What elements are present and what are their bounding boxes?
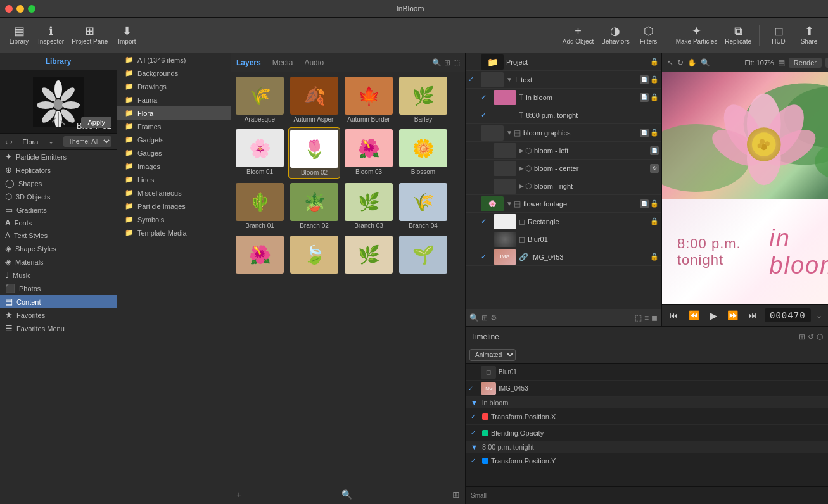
search-layers-icon[interactable]: 🔍 — [469, 313, 479, 322]
nav-forward-icon[interactable]: › — [10, 137, 13, 146]
search-icon[interactable]: 🔍 — [432, 58, 442, 67]
fast-forward-button[interactable]: ⏩ — [725, 309, 741, 322]
thumbnail-item-row4-3[interactable]: 🌿 — [343, 234, 395, 277]
layer-row[interactable]: ✓ ▼ T text 📄 🔒 — [466, 71, 661, 89]
thumbnail-item-bloom-02[interactable]: 🌷Bloom 02 — [288, 127, 340, 179]
timeline-grid-icon[interactable]: ⊞ — [799, 332, 805, 341]
thumbnail-item-branch-02[interactable]: 🪴Branch 02 — [288, 181, 340, 231]
sidebar-item-favorites-menu[interactable]: ☰ Favorites Menu — [0, 322, 117, 335]
media-options-icon[interactable]: ⊞ — [452, 489, 460, 500]
rewind-button[interactable]: ⏪ — [686, 309, 702, 322]
sidebar-item-content[interactable]: ▤ Content — [0, 295, 117, 308]
thumbnail-item-barley[interactable]: 🌿Barley — [397, 75, 449, 125]
share-button[interactable]: ⬆ Share — [795, 22, 823, 49]
make-particles-button[interactable]: ✦ Make Particles — [673, 22, 720, 49]
tl-visibility-check[interactable]: ✓ — [468, 385, 478, 392]
layer-row[interactable]: ✓ T in bloom 📄 🔒 — [466, 89, 661, 106]
cat-item-lines[interactable]: 📁 Lines — [117, 173, 231, 186]
expand-800pm-icon[interactable]: ▼ — [471, 443, 478, 451]
nav-back-icon[interactable]: ‹ — [5, 137, 8, 146]
project-pane-button[interactable]: ⊞ Project Pane — [69, 22, 110, 49]
layer-visibility-check[interactable]: ✓ — [481, 93, 491, 101]
thumbnail-item-blossom[interactable]: 🌼Blossom — [397, 127, 449, 179]
cat-item-symbols[interactable]: 📁 Symbols — [117, 213, 231, 226]
render-button[interactable]: Render — [789, 58, 822, 68]
add-object-button[interactable]: + Add Object — [560, 22, 596, 49]
expand-arrow-icon[interactable]: ▶ — [519, 182, 524, 189]
cat-item-fauna[interactable]: 📁 Fauna — [117, 93, 231, 106]
tab-media[interactable]: Media — [272, 58, 293, 67]
rotate-tool[interactable]: ↻ — [677, 58, 684, 67]
layer-visibility-check[interactable]: ✓ — [481, 111, 491, 119]
tab-layers[interactable]: Layers — [236, 58, 261, 67]
cat-item-frames[interactable]: 📁 Frames — [117, 120, 231, 133]
cat-item-images[interactable]: 📁 Images — [117, 160, 231, 173]
thumbnail-item-autumn-aspen[interactable]: 🍂Autumn Aspen — [288, 75, 340, 125]
close-button[interactable] — [5, 5, 13, 13]
theme-select[interactable]: Theme: All — [63, 136, 111, 147]
expand-arrow-icon[interactable]: ▼ — [506, 129, 513, 136]
layer-row[interactable]: ▶ ⬡ bloom - left 📄 — [466, 142, 661, 160]
flora-dropdown-icon[interactable]: ⌄ — [48, 137, 54, 146]
view-button[interactable]: View — [825, 58, 828, 68]
layer-row[interactable]: 🌸 ▼ ▤ flower footage 📄 🔒 — [466, 195, 661, 213]
apply-button[interactable]: Apply — [81, 117, 111, 128]
sidebar-item-3d-objects[interactable]: ⬡ 3D Objects — [0, 190, 117, 203]
layer-row[interactable]: ▶ ⬡ bloom - center ⚙ — [466, 160, 661, 177]
sidebar-item-shape-styles[interactable]: ◈ Shape Styles — [0, 242, 117, 255]
cat-item-all[interactable]: 📁 All (1346 items) — [117, 53, 231, 66]
layer-misc-icon[interactable]: ◼ — [651, 313, 658, 322]
cat-item-template-media[interactable]: 📁 Template Media — [117, 226, 231, 239]
sidebar-item-gradients[interactable]: ▭ Gradients — [0, 203, 117, 217]
pan-tool[interactable]: ✋ — [687, 58, 697, 67]
sidebar-item-music[interactable]: ♩ Music — [0, 268, 117, 282]
animated-mode-select[interactable]: Animated — [469, 349, 516, 361]
sidebar-item-fonts[interactable]: A Fonts — [0, 217, 117, 229]
thumbnail-item-bloom-01[interactable]: 🌸Bloom 01 — [234, 127, 286, 179]
layer-row[interactable]: ✓ T 8:00 p.m. tonight — [466, 106, 661, 124]
layer-row[interactable]: 📁 Project 🔒 — [466, 53, 661, 71]
inspector-button[interactable]: ℹ Inspector — [35, 22, 67, 49]
timeline-loop-icon[interactable]: ↺ — [808, 332, 814, 341]
thumbnail-item-row4-4[interactable]: 🌱 — [397, 234, 449, 277]
layer-options-icon[interactable]: ⚙ — [490, 313, 497, 322]
cat-item-drawings[interactable]: 📁 Drawings — [117, 80, 231, 93]
options-icon[interactable]: ⬚ — [453, 58, 460, 67]
layer-list-icon[interactable]: ≡ — [644, 313, 649, 322]
layer-row[interactable]: ▶ ⬡ bloom - right — [466, 177, 661, 195]
go-to-start-button[interactable]: ⏮ — [667, 309, 681, 322]
minimize-button[interactable] — [16, 5, 24, 13]
viewer-channels-icon[interactable]: ▤ — [778, 58, 785, 67]
timecode-display[interactable]: 000470 — [765, 308, 811, 322]
layer-visibility-check[interactable]: ✓ — [481, 253, 491, 261]
add-media-icon[interactable]: + — [236, 489, 241, 500]
replicate-button[interactable]: ⧉ Replicate — [722, 22, 754, 49]
go-to-end-button[interactable]: ⏭ — [746, 309, 760, 322]
library-button[interactable]: ▤ Library — [5, 22, 33, 49]
cat-item-particle-images[interactable]: 📁 Particle Images — [117, 199, 231, 213]
cat-item-gadgets[interactable]: 📁 Gadgets — [117, 133, 231, 146]
sidebar-item-text-styles[interactable]: A Text Styles — [0, 229, 117, 242]
thumbnail-item-autumn-border[interactable]: 🍁Autumn Border — [343, 75, 395, 125]
expand-arrow-icon[interactable]: ▶ — [519, 165, 524, 172]
fit-dropdown[interactable]: Fit: 107% — [744, 59, 774, 66]
sidebar-item-replicators[interactable]: ⊕ Replicators — [0, 163, 117, 177]
cat-item-miscellaneous[interactable]: 📁 Miscellaneous — [117, 186, 231, 199]
expand-arrow-icon[interactable]: ▼ — [506, 200, 513, 207]
layer-row[interactable]: ◻ Blur01 — [466, 230, 661, 248]
expand-arrow-icon[interactable]: ▼ — [506, 76, 513, 83]
pointer-tool[interactable]: ↖ — [667, 58, 673, 67]
timecode-dropdown-icon[interactable]: ⌄ — [816, 311, 822, 320]
thumbnail-item-arabesque[interactable]: 🌾Arabesque — [234, 75, 286, 125]
sidebar-item-shapes[interactable]: ◯ Shapes — [0, 177, 117, 190]
layer-visibility-check[interactable]: ✓ — [481, 217, 491, 225]
insp-check[interactable]: ✓ — [471, 457, 480, 464]
play-button[interactable]: ▶ — [707, 308, 720, 323]
expand-in-bloom-icon[interactable]: ▼ — [471, 399, 478, 406]
cat-item-backgrounds[interactable]: 📁 Backgrounds — [117, 66, 231, 80]
expand-arrow-icon[interactable]: ▶ — [519, 147, 524, 154]
sidebar-item-particle-emitters[interactable]: ✦ Particle Emitters — [0, 150, 117, 163]
sidebar-item-photos[interactable]: ⬛ Photos — [0, 282, 117, 295]
grid-view-icon[interactable]: ⊞ — [444, 58, 450, 67]
search-media-icon[interactable]: 🔍 — [341, 489, 352, 500]
